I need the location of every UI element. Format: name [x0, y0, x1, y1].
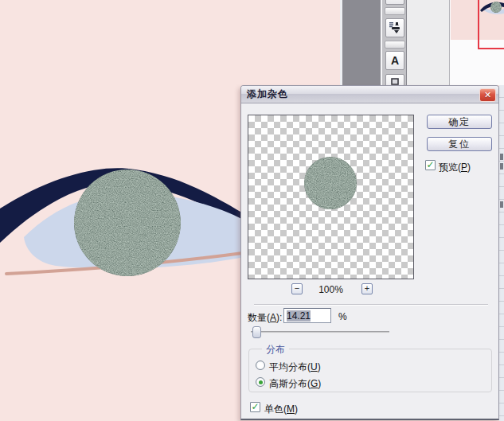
type-tool-icon: A: [391, 55, 399, 66]
navigator-view-box[interactable]: [478, 0, 504, 49]
palette-sliver: [499, 85, 504, 421]
amount-slider[interactable]: [251, 331, 389, 333]
dialog-title: 添加杂色: [241, 88, 288, 101]
toolbox-separator: [385, 41, 405, 49]
monochromatic-checkbox-label: 单色(M): [264, 403, 298, 416]
reset-button[interactable]: 复位: [427, 137, 492, 151]
toolbox-separator: [385, 7, 405, 15]
noise-preview-area[interactable]: [248, 115, 414, 279]
pattern-stamp-tool-button[interactable]: [385, 18, 404, 37]
gaussian-radio-label: 高斯分布(G): [269, 377, 321, 391]
plus-icon: +: [365, 283, 369, 293]
preview-checkbox[interactable]: ✓: [425, 160, 436, 170]
clipped-palette-text: [500, 163, 503, 170]
radio-dot-icon: [259, 380, 263, 384]
checkmark-icon: ✓: [251, 401, 259, 412]
palette-well-background: [407, 0, 449, 85]
preview-checkbox-label: 预览(P): [439, 161, 471, 174]
amount-input[interactable]: 14.21: [283, 308, 331, 323]
type-tool-button[interactable]: A: [385, 51, 404, 70]
amount-label: 数量(A):: [248, 311, 282, 325]
clipped-palette-text: [500, 154, 503, 160]
zoom-in-button[interactable]: +: [361, 283, 373, 294]
pattern-stamp-icon: [389, 21, 401, 34]
checkmark-icon: ✓: [426, 159, 434, 170]
gaussian-radio[interactable]: [256, 377, 265, 387]
uniform-radio[interactable]: [256, 361, 265, 370]
slider-thumb[interactable]: [252, 326, 261, 338]
section-separator: [254, 304, 488, 306]
distribution-group-label: 分布: [262, 343, 289, 357]
uniform-radio-label: 平均分布(U): [269, 361, 321, 374]
monochromatic-checkbox[interactable]: ✓: [250, 402, 260, 412]
dialog-titlebar[interactable]: 添加杂色: [241, 86, 498, 103]
preview-zoom-controls: − 100% +: [248, 282, 414, 296]
close-icon: ✕: [484, 90, 491, 100]
close-button[interactable]: ✕: [479, 88, 496, 102]
tool-button-partial-top[interactable]: [385, 0, 404, 5]
toolbox-palette: A: [381, 0, 407, 85]
ok-button[interactable]: 确定: [427, 115, 492, 129]
workspace-background: [342, 0, 381, 85]
photoshop-workspace: A 添加杂色: [0, 0, 504, 421]
amount-value: 14.21: [287, 310, 311, 322]
amount-unit: %: [338, 311, 347, 322]
zoom-level: 100%: [248, 284, 414, 295]
clipped-palette-text: [500, 201, 503, 208]
preview-noise-circle: [248, 115, 414, 279]
add-noise-dialog: 添加杂色 ✕ −: [240, 85, 499, 420]
eye-artwork: [0, 143, 248, 287]
